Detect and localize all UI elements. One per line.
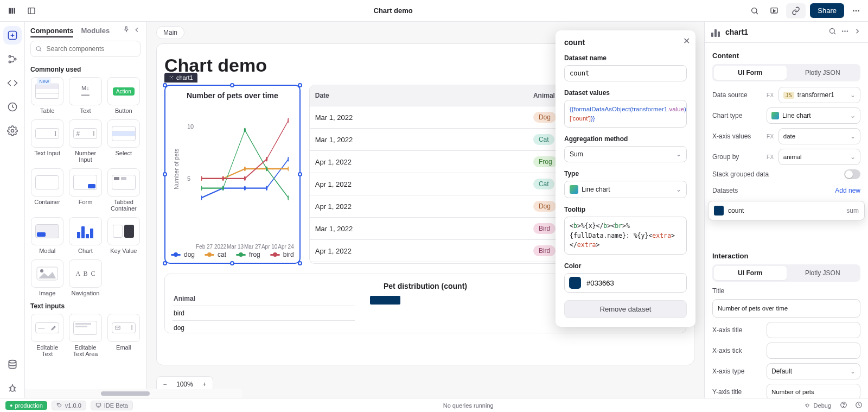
tab-modules[interactable]: Modules <box>81 27 110 35</box>
x-axis-values-select[interactable]: date ⌄ <box>778 128 860 144</box>
comp-form[interactable]: Form <box>68 168 102 212</box>
list-item[interactable]: bird <box>173 306 355 320</box>
col-date[interactable]: Date <box>310 85 528 106</box>
svg-point-52 <box>201 176 202 181</box>
chart-type-pill[interactable]: Line chart ⌄ <box>767 107 860 124</box>
svg-point-54 <box>244 176 246 181</box>
color-input[interactable] <box>564 273 687 293</box>
comp-container[interactable]: Container <box>30 168 64 212</box>
svg-point-30 <box>40 269 43 272</box>
dataset-values-input[interactable]: {{formatDataAsObject(transformer1.value)… <box>564 100 687 128</box>
text-inputs-header: Text inputs <box>30 302 141 310</box>
pin-icon[interactable] <box>123 26 131 35</box>
svg-point-55 <box>266 157 267 162</box>
svg-point-60 <box>844 30 846 32</box>
search-icon[interactable] <box>747 3 762 18</box>
debug-button[interactable]: Debug <box>804 402 831 409</box>
y-axis-title-input[interactable]: Number of pets <box>767 384 860 398</box>
version-chip[interactable]: v1.0.0 <box>52 401 86 410</box>
logo-icon[interactable] <box>4 3 20 18</box>
seg-ui-form[interactable]: UI Form <box>714 66 787 80</box>
component-search[interactable] <box>30 41 141 57</box>
comp-editable-text[interactable]: — Editable Text <box>30 313 64 358</box>
activity-icon[interactable] <box>855 401 863 410</box>
comp-image[interactable]: Image <box>30 259 64 297</box>
color-hex-input[interactable] <box>585 278 682 288</box>
expand-panel-icon[interactable] <box>853 27 861 37</box>
fx-icon[interactable]: FX <box>767 154 774 160</box>
rail-tree-icon[interactable] <box>3 50 22 68</box>
modal-close-icon[interactable]: ✕ <box>683 36 690 46</box>
chart-selection-tag[interactable]: chart1 <box>164 73 197 83</box>
comp-table[interactable]: New Table <box>30 77 64 115</box>
inspector-title[interactable]: chart1 <box>725 28 748 36</box>
collapse-panel-icon[interactable] <box>133 26 141 35</box>
comp-select[interactable]: Select <box>107 119 141 163</box>
breadcrumb[interactable]: Main <box>156 26 184 39</box>
x-axis-title-input[interactable] <box>767 322 860 338</box>
fx-icon[interactable]: FX <box>767 92 774 98</box>
commonly-used-header: Commonly used <box>30 66 141 73</box>
tooltip-input[interactable]: <b>%{x}</b><br>% {fullData.name}: %{y}<e… <box>564 217 687 255</box>
rail-code-icon[interactable] <box>3 74 22 92</box>
rail-settings-icon[interactable] <box>3 122 22 140</box>
rail-add-icon[interactable] <box>3 26 22 45</box>
comp-navigation[interactable]: A B C Navigation <box>68 259 102 297</box>
dataset-name-input[interactable] <box>564 65 687 81</box>
x-axis-type-select[interactable]: Default⌄ <box>767 363 860 379</box>
add-dataset-button[interactable]: Add new <box>835 187 860 194</box>
chevron-down-icon: ⌄ <box>850 112 856 119</box>
chart-icon <box>711 27 721 37</box>
help-icon[interactable] <box>840 401 847 410</box>
comp-editable-text-area[interactable]: Editable Text Area <box>68 313 102 358</box>
svg-point-35 <box>173 79 174 80</box>
chart1-component[interactable]: Number of pets over time Number of pets … <box>164 85 301 264</box>
comp-text[interactable]: M↓━━━ Text <box>68 77 102 115</box>
comp-chart[interactable]: Chart <box>68 217 102 255</box>
horizontal-scrollbar[interactable] <box>25 389 242 398</box>
aggregation-select[interactable]: Sum⌄ <box>564 146 687 162</box>
dataset-color-swatch <box>714 206 724 215</box>
inspector-more-icon[interactable] <box>841 27 849 37</box>
interaction-section-title: Interaction <box>712 252 860 260</box>
stack-toggle[interactable] <box>844 169 860 179</box>
data-source-select[interactable]: JS transformer1 ⌄ <box>778 87 860 103</box>
comp-modal[interactable]: Modal <box>30 217 64 255</box>
group-by-select[interactable]: animal ⌄ <box>778 149 860 165</box>
rail-history-icon[interactable] <box>3 98 22 116</box>
svg-point-16 <box>9 61 10 62</box>
comp-button[interactable]: Action Button <box>107 77 141 115</box>
comp-tabbed-container[interactable]: Tabbed Container <box>107 168 141 212</box>
component-search-input[interactable] <box>46 45 136 53</box>
remove-dataset-button[interactable]: Remove dataset <box>564 300 687 318</box>
panel-toggle-icon[interactable] <box>24 3 39 18</box>
color-swatch[interactable] <box>569 277 581 289</box>
seg-plotly-json-2[interactable]: Plotly JSON <box>787 266 859 280</box>
tab-components[interactable]: Components <box>30 27 73 35</box>
link-icon[interactable] <box>786 3 806 18</box>
comp-text-input[interactable]: I Text Input <box>30 119 64 163</box>
x-axis-tick-input[interactable] <box>767 343 860 359</box>
ide-chip[interactable]: IDE Beta <box>91 401 133 410</box>
rail-bug-icon[interactable] <box>3 379 22 398</box>
comp-number-input[interactable]: # I Number Input <box>68 119 102 163</box>
comp-email[interactable]: I Email <box>107 313 141 358</box>
svg-point-40 <box>266 186 267 191</box>
seg-plotly-json[interactable]: Plotly JSON <box>787 66 859 80</box>
more-icon[interactable] <box>848 3 864 18</box>
svg-point-9 <box>853 10 854 11</box>
fx-icon[interactable]: FX <box>767 134 774 140</box>
title-input[interactable]: Number of pets over time <box>712 299 860 318</box>
share-button[interactable]: Share <box>810 3 844 18</box>
seg-ui-form-2[interactable]: UI Form <box>714 266 787 280</box>
rail-db-icon[interactable] <box>3 356 22 374</box>
comp-key-value[interactable]: Key Value <box>107 217 141 255</box>
chevron-down-icon: ⌄ <box>850 367 856 375</box>
chart-type-select[interactable]: Line chart ⌄ <box>564 181 687 198</box>
dataset-card-count[interactable]: count sum <box>708 201 865 220</box>
list-item[interactable]: dog <box>173 320 355 335</box>
svg-point-19 <box>11 130 14 132</box>
env-chip[interactable]: production <box>5 401 47 410</box>
play-icon[interactable] <box>767 3 782 18</box>
inspector-search-icon[interactable] <box>828 27 837 37</box>
